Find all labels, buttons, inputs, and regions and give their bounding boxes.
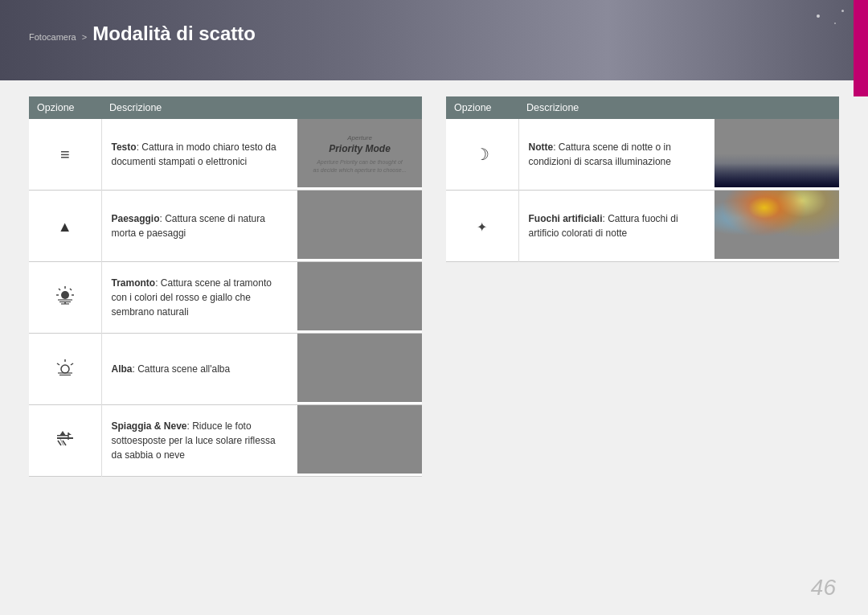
right-col1-header: Opzione xyxy=(446,96,518,119)
spiaggia-desc-cell: Spiaggia & Neve: Riduce le foto sottoesp… xyxy=(101,405,297,477)
svg-line-6 xyxy=(70,289,72,290)
spiaggia-img-cell xyxy=(297,405,422,477)
notte-img-cell xyxy=(714,119,839,191)
priority-mode-title: Priority Mode xyxy=(304,142,416,156)
sunset-photo xyxy=(297,262,422,330)
alba-img-cell xyxy=(297,334,422,405)
page-title: Modalità di scatto xyxy=(92,23,256,44)
main-content: Opzione Descrizione ≡ Testo: Cattura in … xyxy=(0,80,868,615)
tramonto-image xyxy=(297,262,422,330)
testo-icon-cell: ≡ xyxy=(29,119,101,191)
page-number: 46 xyxy=(811,575,836,601)
beach-photo xyxy=(297,405,422,474)
fuochi-icon-cell: ✦ xyxy=(446,191,518,262)
alba-icon-cell xyxy=(29,334,101,405)
tramonto-bold-label: Tramonto xyxy=(112,277,156,289)
svg-line-12 xyxy=(57,363,59,365)
table-row: Alba: Cattura scene all'alba xyxy=(29,334,422,405)
magenta-accent-bar xyxy=(854,0,868,96)
paesaggio-icon-cell: ▲ xyxy=(29,191,101,262)
notte-bold-label: Notte xyxy=(529,141,554,153)
left-table: Opzione Descrizione ≡ Testo: Cattura in … xyxy=(29,96,422,477)
svg-point-0 xyxy=(61,291,69,299)
alba-desc-cell: Alba: Cattura scene all'alba xyxy=(101,334,297,405)
svg-point-10 xyxy=(61,365,69,373)
breadcrumb: Fotocamera > xyxy=(29,32,92,42)
notte-desc-cell: Notte: Cattura scene di notte o in condi… xyxy=(518,119,714,191)
svg-line-13 xyxy=(71,363,73,365)
fireworks-photo xyxy=(714,191,839,259)
svg-marker-18 xyxy=(59,431,66,436)
table-row: ≡ Testo: Cattura in modo chiaro testo da… xyxy=(29,119,422,191)
table-row: Spiaggia & Neve: Riduce le foto sottoesp… xyxy=(29,405,422,477)
fuochi-bold-label: Fuochi artificiali xyxy=(529,213,603,224)
header-text-group: Fotocamera > Modalità di scatto xyxy=(29,23,256,45)
priority-mode-image: Aperture Priority Mode Aperture Priority… xyxy=(297,119,422,187)
left-col1-header: Opzione xyxy=(29,96,101,119)
left-col2-header: Descrizione xyxy=(101,96,422,119)
beach-snow-icon xyxy=(55,428,76,449)
table-row: ▲ Paesaggio: Cattura scene di natura mor… xyxy=(29,191,422,262)
svg-line-21 xyxy=(58,441,61,445)
tramonto-img-cell xyxy=(297,262,422,334)
notte-icon-cell: ☽ xyxy=(446,119,518,191)
star-decoration-2 xyxy=(834,23,836,24)
paesaggio-desc-cell: Paesaggio: Cattura scene di natura morta… xyxy=(101,191,297,262)
sunset-icon xyxy=(55,285,76,305)
testo-desc-cell: Testo: Cattura in modo chiaro testo da d… xyxy=(101,119,297,191)
tables-row: Opzione Descrizione ≡ Testo: Cattura in … xyxy=(29,96,839,477)
right-col2-header: Descrizione xyxy=(518,96,839,119)
tramonto-icon-cell xyxy=(29,262,101,334)
table-row: ✦ Fuochi artificiali: Cattura fuochi di … xyxy=(446,191,839,262)
right-table: Opzione Descrizione ☽ Notte: Cattura sce… xyxy=(446,96,839,262)
table-row: Tramonto: Cattura scene al tramonto con … xyxy=(29,262,422,334)
notte-image xyxy=(714,119,839,187)
landscape-photo xyxy=(297,191,422,259)
testo-img-cell: Aperture Priority Mode Aperture Priority… xyxy=(297,119,422,191)
star-decoration-3 xyxy=(841,10,844,12)
left-table-section: Opzione Descrizione ≡ Testo: Cattura in … xyxy=(29,96,422,477)
tramonto-desc-cell: Tramonto: Cattura scene al tramonto con … xyxy=(101,262,297,334)
alba-image xyxy=(297,334,422,402)
night-icon: ☽ xyxy=(475,146,489,163)
text-mode-icon: ≡ xyxy=(60,146,70,163)
svg-marker-20 xyxy=(68,433,72,435)
spiaggia-icon-cell xyxy=(29,405,101,477)
svg-line-5 xyxy=(59,289,60,290)
paesaggio-bold-label: Paesaggio xyxy=(112,213,160,224)
fireworks-icon: ✦ xyxy=(477,220,487,234)
fuochi-image xyxy=(714,191,839,259)
dawn-icon xyxy=(55,356,76,377)
table-row: ☽ Notte: Cattura scene di notte o in con… xyxy=(446,119,839,191)
fuochi-desc-cell: Fuochi artificiali: Cattura fuochi di ar… xyxy=(518,191,714,262)
breadcrumb-fotocamera: Fotocamera xyxy=(29,32,76,42)
star-decoration-1 xyxy=(817,14,820,18)
alba-bold-label: Alba xyxy=(112,363,133,375)
breadcrumb-separator: > xyxy=(82,32,87,42)
priority-mode-text: Aperture Priority Mode Aperture Priority… xyxy=(304,133,416,173)
svg-rect-16 xyxy=(57,437,73,439)
testo-image: Aperture Priority Mode Aperture Priority… xyxy=(297,119,422,187)
testo-bold-label: Testo xyxy=(112,141,137,153)
fuochi-img-cell xyxy=(714,191,839,262)
night-photo xyxy=(714,119,839,187)
right-table-section: Opzione Descrizione ☽ Notte: Cattura sce… xyxy=(446,96,839,477)
dawn-photo xyxy=(297,334,422,402)
paesaggio-img-cell xyxy=(297,191,422,262)
paesaggio-image xyxy=(297,191,422,259)
landscape-icon: ▲ xyxy=(58,219,72,235)
spiaggia-image xyxy=(297,405,422,474)
spiaggia-bold-label: Spiaggia & Neve xyxy=(112,420,187,432)
